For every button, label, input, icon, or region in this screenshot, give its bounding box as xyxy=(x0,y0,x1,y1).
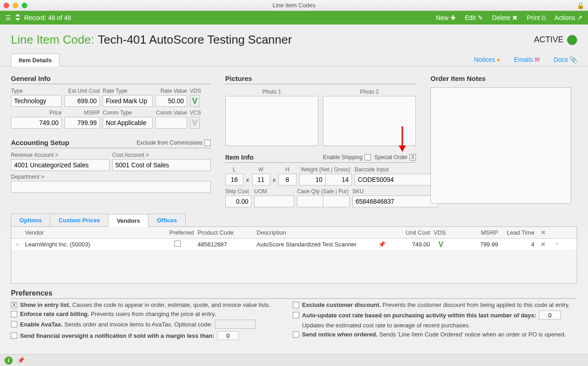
case-sale-input[interactable] xyxy=(297,196,323,207)
page-title-label: Line Item Code: xyxy=(11,33,94,47)
label-type: Type xyxy=(11,88,62,94)
vds-indicator[interactable]: V xyxy=(190,95,200,107)
label-H: H xyxy=(278,166,296,173)
label-est-cost: Est Unit Cost xyxy=(64,88,100,94)
show-entry-checkbox[interactable]: X xyxy=(11,302,17,308)
preferred-checkbox[interactable] xyxy=(174,241,181,247)
close-window-button[interactable] xyxy=(4,3,9,8)
department-input[interactable] xyxy=(11,181,211,193)
price-input[interactable] xyxy=(11,117,62,129)
label-L: L xyxy=(225,166,243,173)
comm-type-input[interactable] xyxy=(103,117,153,129)
pin-icon[interactable]: 📌 xyxy=(373,241,391,248)
ship-cost-input[interactable] xyxy=(225,196,252,207)
type-input[interactable] xyxy=(11,95,62,107)
enable-shipping-checkbox[interactable] xyxy=(365,154,371,160)
rate-value-input[interactable] xyxy=(155,95,187,107)
avatax-code-input[interactable] xyxy=(215,320,256,329)
barcode-input[interactable] xyxy=(355,174,440,186)
avatax-bold: Enable AvaTax. xyxy=(20,321,63,328)
item-info-heading: Item Info xyxy=(225,153,254,161)
label-department: Department > xyxy=(11,174,211,180)
actions-button[interactable]: Actions ↗ xyxy=(554,14,583,21)
label-comm-type: Comm Type xyxy=(103,110,153,116)
col-msrp: MSRP xyxy=(450,229,500,236)
delete-row-icon[interactable]: ✖ xyxy=(536,241,550,248)
unit-cost-cell: 749.00 xyxy=(391,241,432,248)
status-dot-icon xyxy=(567,35,577,45)
enforce-desc: Prevents users from changing the price a… xyxy=(91,311,216,317)
expand-row-icon[interactable]: > xyxy=(11,241,23,248)
show-entry-bold: Show in entry list. xyxy=(20,301,70,308)
label-msrp: MSRP xyxy=(64,110,100,116)
rate-type-input[interactable] xyxy=(103,95,153,107)
page-header: Line Item Code: Tech-401 AutoScore Testi… xyxy=(0,25,588,53)
case-pur-input[interactable] xyxy=(323,196,350,207)
exclude-commissions-checkbox[interactable] xyxy=(204,140,211,146)
height-input[interactable] xyxy=(278,174,296,186)
link-notices[interactable]: Notices ● xyxy=(474,56,500,63)
weight-net-input[interactable] xyxy=(299,174,326,186)
label-barcode: Barcode Input xyxy=(355,166,440,173)
svg-marker-3 xyxy=(399,145,406,152)
subtab-options[interactable]: Options xyxy=(11,214,50,226)
sku-input[interactable] xyxy=(352,196,438,207)
pencil-icon: ✎ xyxy=(478,14,483,21)
notice-bold: Send notice when ordered. xyxy=(302,331,377,338)
subtab-offices[interactable]: Offices xyxy=(148,214,185,226)
enable-shipping-label: Enable Shipping xyxy=(323,154,362,160)
annotation-arrow xyxy=(398,126,407,152)
record-indicator: Record: 48 of 48 xyxy=(24,14,71,21)
titlebar: Line Item Codes 🔒 xyxy=(0,0,588,11)
tab-item-details[interactable]: Item Details xyxy=(11,54,59,66)
comm-value-input[interactable] xyxy=(155,117,187,129)
width-input[interactable] xyxy=(252,174,270,186)
margin-input[interactable] xyxy=(217,331,239,340)
pin-bottom-icon[interactable]: 📌 xyxy=(17,357,25,364)
link-docs[interactable]: Docs 📎 xyxy=(553,56,577,63)
special-order-checkbox[interactable]: X xyxy=(410,154,416,160)
subtab-vendors[interactable]: Vendors xyxy=(108,214,148,227)
print-button[interactable]: Print ⎙ xyxy=(527,14,545,21)
length-input[interactable] xyxy=(225,174,243,186)
link-emails[interactable]: Emails ✉ xyxy=(514,56,540,63)
weight-gross-input[interactable] xyxy=(326,174,352,186)
photo1-label: Photo 1 xyxy=(225,88,318,96)
notice-checkbox[interactable] xyxy=(293,331,299,338)
svg-marker-0 xyxy=(15,14,20,16)
notes-heading: Order Item Notes xyxy=(430,75,571,84)
minimize-window-button[interactable] xyxy=(13,3,18,8)
revenue-account-input[interactable] xyxy=(11,159,109,171)
cost-account-input[interactable] xyxy=(112,159,211,171)
arrow-out-icon: ↗ xyxy=(577,14,583,21)
auto-update-checkbox[interactable] xyxy=(293,312,299,318)
auto-days-input[interactable] xyxy=(539,311,561,320)
delete-button[interactable]: Delete ✖ xyxy=(492,14,518,21)
description-cell: AutoScore Standardized Test Scanner xyxy=(255,241,373,248)
msrp-input[interactable] xyxy=(64,117,100,129)
tab-strip: Item Details Notices ● Emails ✉ Docs 📎 xyxy=(0,53,588,66)
new-button[interactable]: New ✚ xyxy=(436,14,456,21)
enforce-checkbox[interactable] xyxy=(11,311,17,317)
notes-textarea[interactable] xyxy=(430,87,571,204)
info-icon[interactable]: i xyxy=(5,356,13,365)
auto-bold: Auto-update cost rate based on purchasin… xyxy=(302,312,536,319)
photo1-box[interactable] xyxy=(225,96,318,146)
subtab-custom-prices[interactable]: Custom Prices xyxy=(50,214,109,226)
vendor-row[interactable]: > LearnWright Inc. (50003) 485612687 Aut… xyxy=(11,239,577,251)
plus-icon: ✚ xyxy=(450,14,456,21)
edit-button[interactable]: Edit ✎ xyxy=(465,14,483,21)
enforce-bold: Enforce rate card billing. xyxy=(20,311,89,317)
est-cost-input[interactable] xyxy=(64,95,100,107)
label-sku: SKU xyxy=(352,188,438,195)
margin-checkbox[interactable] xyxy=(11,332,17,339)
zoom-window-button[interactable] xyxy=(22,3,27,8)
sort-up-icon[interactable]: ^ xyxy=(550,241,563,248)
menu-icon[interactable]: ☰ xyxy=(5,14,11,21)
uom-input[interactable] xyxy=(254,196,294,207)
status-badge: ACTIVE xyxy=(534,35,577,45)
avatax-checkbox[interactable] xyxy=(11,321,17,327)
vcs-indicator[interactable]: V xyxy=(190,117,200,129)
exclude-discount-checkbox[interactable] xyxy=(293,302,299,308)
nav-arrows[interactable] xyxy=(15,13,20,23)
